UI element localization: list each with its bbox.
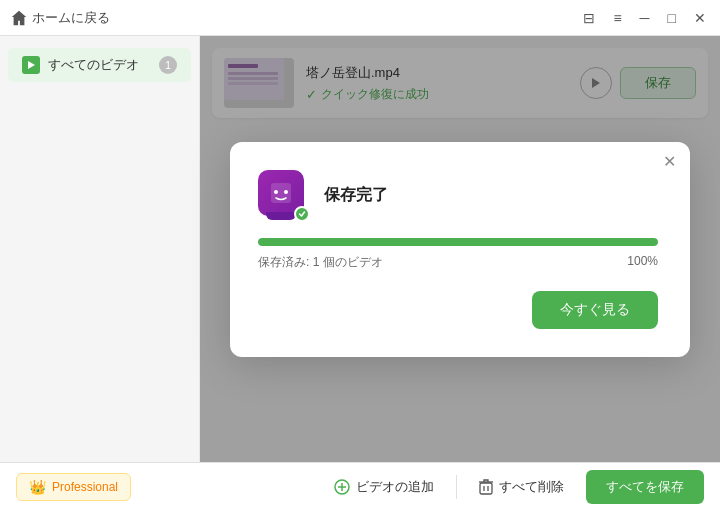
add-icon xyxy=(334,479,350,495)
titlebar: ホームに戻る ⊟ ≡ ─ □ ✕ xyxy=(0,0,720,36)
video-folder-icon xyxy=(22,56,40,74)
bottom-left: 👑 Professional xyxy=(16,473,131,501)
sidebar-item-label: すべてのビデオ xyxy=(48,56,139,74)
check-small-icon xyxy=(298,210,306,218)
menu-icon[interactable]: ≡ xyxy=(609,8,625,28)
modal-header: 保存完了 xyxy=(258,170,658,222)
save-complete-modal: ✕ xyxy=(230,142,690,357)
bottom-actions: ビデオの追加 すべて削除 すべてを保存 xyxy=(324,470,704,504)
trash-icon xyxy=(479,479,493,495)
maximize-icon[interactable]: □ xyxy=(664,8,680,28)
success-dot-icon xyxy=(294,206,310,222)
titlebar-left: ホームに戻る xyxy=(10,9,110,27)
modal-overlay: ✕ xyxy=(200,36,720,462)
main-layout: すべてのビデオ 1 塔ノ岳登山.mp4 ✓ クイック修復に成功 保存 xyxy=(0,36,720,462)
save-all-button[interactable]: すべてを保存 xyxy=(586,470,704,504)
bottom-bar: 👑 Professional ビデオの追加 すべて削除 すべてを保存 xyxy=(0,462,720,510)
modal-title: 保存完了 xyxy=(324,185,388,206)
titlebar-controls: ⊟ ≡ ─ □ ✕ xyxy=(579,8,710,28)
svg-point-4 xyxy=(284,190,288,194)
crown-icon: 👑 xyxy=(29,479,46,495)
add-video-button[interactable]: ビデオの追加 xyxy=(324,472,444,502)
play-icon xyxy=(25,59,37,71)
progress-info: 保存済み: 1 個のビデオ 100% xyxy=(258,254,658,271)
professional-label: Professional xyxy=(52,480,118,494)
home-nav[interactable]: ホームに戻る xyxy=(10,9,110,27)
content-area: 塔ノ岳登山.mp4 ✓ クイック修復に成功 保存 ✕ xyxy=(200,36,720,462)
delete-all-label: すべて削除 xyxy=(499,478,564,496)
svg-point-3 xyxy=(274,190,278,194)
sidebar-item-left: すべてのビデオ xyxy=(22,56,139,74)
box-face-icon xyxy=(267,179,295,207)
home-icon xyxy=(10,9,28,27)
sidebar: すべてのビデオ 1 xyxy=(0,36,200,462)
video-count-badge: 1 xyxy=(159,56,177,74)
nav-label: ホームに戻る xyxy=(32,9,110,27)
sidebar-item-all-videos[interactable]: すべてのビデオ 1 xyxy=(8,48,191,82)
view-now-button[interactable]: 今すぐ見る xyxy=(532,291,658,329)
add-video-label: ビデオの追加 xyxy=(356,478,434,496)
divider xyxy=(456,475,457,499)
close-window-icon[interactable]: ✕ xyxy=(690,8,710,28)
delete-all-button[interactable]: すべて削除 xyxy=(469,472,574,502)
svg-rect-8 xyxy=(480,483,492,494)
modal-footer: 今すぐ見る xyxy=(258,291,658,329)
modal-close-button[interactable]: ✕ xyxy=(663,154,676,170)
minimize-icon[interactable]: ─ xyxy=(636,8,654,28)
progress-bar-container xyxy=(258,238,658,246)
progress-bar-fill xyxy=(258,238,658,246)
modal-icon xyxy=(258,170,310,222)
progress-label: 保存済み: 1 個のビデオ xyxy=(258,254,383,271)
progress-percent: 100% xyxy=(627,254,658,271)
professional-badge[interactable]: 👑 Professional xyxy=(16,473,131,501)
svg-marker-0 xyxy=(28,61,35,69)
monitor-icon[interactable]: ⊟ xyxy=(579,8,599,28)
